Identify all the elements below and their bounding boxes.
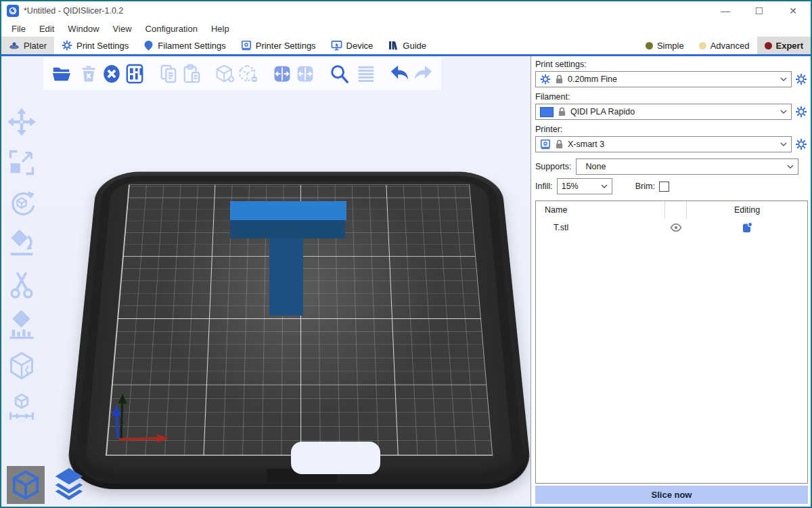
menu-window[interactable]: Window xyxy=(62,22,105,35)
printer-icon xyxy=(241,40,252,51)
object-list: Name Editing T.stl xyxy=(535,200,808,484)
cut-button[interactable] xyxy=(4,268,39,301)
edit-object-icon xyxy=(741,221,753,234)
settings-panel: Print settings: 0.20mm Fine Filament: QI… xyxy=(531,56,811,507)
device-icon xyxy=(331,40,342,51)
bed-handle-cutout xyxy=(291,442,380,474)
title-bar: *Untitled - QIDISlicer-1.0.2 — ☐ ✕ xyxy=(1,1,811,20)
gear-icon xyxy=(62,40,72,51)
simple-dot-icon xyxy=(646,42,653,49)
tab-device[interactable]: Device xyxy=(323,37,381,54)
mode-advanced[interactable]: Advanced xyxy=(692,37,757,54)
edit-object-button[interactable] xyxy=(741,221,753,234)
infill-combo[interactable]: 15% xyxy=(557,178,612,194)
menu-file[interactable]: File xyxy=(5,22,32,35)
printer-label: Printer: xyxy=(535,125,808,134)
maximize-button[interactable]: ☐ xyxy=(754,5,765,16)
delete-button[interactable] xyxy=(77,62,100,86)
cut-scissors-icon xyxy=(7,270,37,299)
model-front-face xyxy=(230,220,345,238)
lock-icon xyxy=(558,107,566,117)
search-icon xyxy=(329,64,349,84)
chevron-down-icon xyxy=(780,142,787,146)
axes-indicator xyxy=(100,385,181,453)
remove-instance-button[interactable] xyxy=(237,62,260,86)
menu-view[interactable]: View xyxy=(107,22,138,35)
printer-icon xyxy=(540,139,551,150)
3d-viewport[interactable] xyxy=(1,56,531,507)
move-button[interactable] xyxy=(4,105,39,139)
close-button[interactable]: ✕ xyxy=(788,5,798,16)
paste-icon xyxy=(182,64,201,84)
infill-value: 15% xyxy=(562,182,597,191)
menu-help[interactable]: Help xyxy=(205,22,235,35)
object-manipulation-toolbar xyxy=(4,105,39,423)
window-title: *Untitled - QIDISlicer-1.0.2 xyxy=(24,6,720,16)
tab-printer-settings[interactable]: Printer Settings xyxy=(233,37,323,54)
y-axis-arrow xyxy=(120,396,125,438)
expert-dot-icon xyxy=(765,42,772,49)
tab-plater[interactable]: Plater xyxy=(1,37,54,54)
eye-icon xyxy=(670,223,682,232)
undo-button[interactable] xyxy=(388,62,411,86)
mode-simple[interactable]: Simple xyxy=(638,37,692,54)
tab-filament-settings[interactable]: Filament Settings xyxy=(136,37,233,54)
paste-button[interactable] xyxy=(180,62,203,86)
rotate-button[interactable] xyxy=(4,186,39,220)
z-axis-arrow xyxy=(114,408,119,438)
supports-combo[interactable]: None xyxy=(576,158,798,175)
model-top-face xyxy=(230,201,346,220)
arrange-button[interactable] xyxy=(123,62,146,86)
preview-layers-icon xyxy=(51,465,87,502)
column-visibility xyxy=(665,201,687,219)
minimize-button[interactable]: — xyxy=(720,5,731,16)
variable-layer-height-button[interactable] xyxy=(355,62,378,86)
gear-icon xyxy=(795,106,807,118)
object-list-row[interactable]: T.stl xyxy=(536,219,807,236)
printer-combo[interactable]: X-smart 3 xyxy=(535,136,792,152)
measure-button[interactable] xyxy=(4,389,39,423)
arrange-icon xyxy=(125,64,144,84)
split-to-objects-button[interactable] xyxy=(271,62,294,86)
add-instance-button[interactable] xyxy=(214,62,237,86)
split-objects-icon xyxy=(273,64,292,84)
place-on-face-icon xyxy=(7,229,37,259)
paint-supports-button[interactable] xyxy=(4,308,39,342)
x-axis-arrow xyxy=(119,436,165,441)
delete-all-button[interactable] xyxy=(100,62,123,86)
open-button[interactable] xyxy=(50,62,73,86)
tab-bar: Plater Print Settings Filament Settings … xyxy=(1,37,811,56)
print-settings-value: 0.20mm Fine xyxy=(568,75,776,84)
brim-checkbox[interactable] xyxy=(659,182,669,192)
place-on-face-button[interactable] xyxy=(4,227,39,261)
seam-painting-button[interactable] xyxy=(4,349,39,383)
filament-combo[interactable]: QIDI PLA Rapido xyxy=(535,104,792,120)
preview-view-button[interactable] xyxy=(49,463,89,504)
column-editing: Editing xyxy=(687,205,807,215)
edit-printer-button[interactable] xyxy=(794,137,808,151)
menu-edit[interactable]: Edit xyxy=(33,22,60,35)
tab-print-settings[interactable]: Print Settings xyxy=(54,37,136,54)
open-folder-icon xyxy=(51,64,72,84)
3d-editor-view-button[interactable] xyxy=(7,466,45,504)
split-to-parts-button[interactable] xyxy=(294,62,317,86)
print-settings-combo[interactable]: 0.20mm Fine xyxy=(535,71,792,87)
edit-filament-button[interactable] xyxy=(794,105,808,119)
printer-value: X-smart 3 xyxy=(568,140,776,149)
mode-expert[interactable]: Expert xyxy=(757,37,811,54)
guide-icon xyxy=(388,40,399,51)
scale-button[interactable] xyxy=(4,146,39,179)
visibility-toggle[interactable] xyxy=(665,223,687,232)
copy-button[interactable] xyxy=(157,62,180,86)
tab-guide[interactable]: Guide xyxy=(380,37,434,54)
menu-configuration[interactable]: Configuration xyxy=(139,22,204,35)
layer-lines-icon xyxy=(357,64,376,83)
object-list-header: Name Editing xyxy=(536,201,807,219)
slice-now-button[interactable]: Slice now xyxy=(535,486,808,504)
search-button[interactable] xyxy=(328,62,351,86)
model-stem xyxy=(269,238,303,316)
edit-print-settings-button[interactable] xyxy=(794,72,808,86)
filament-color-swatch xyxy=(540,107,554,117)
redo-icon xyxy=(413,64,433,84)
redo-button[interactable] xyxy=(411,62,434,86)
